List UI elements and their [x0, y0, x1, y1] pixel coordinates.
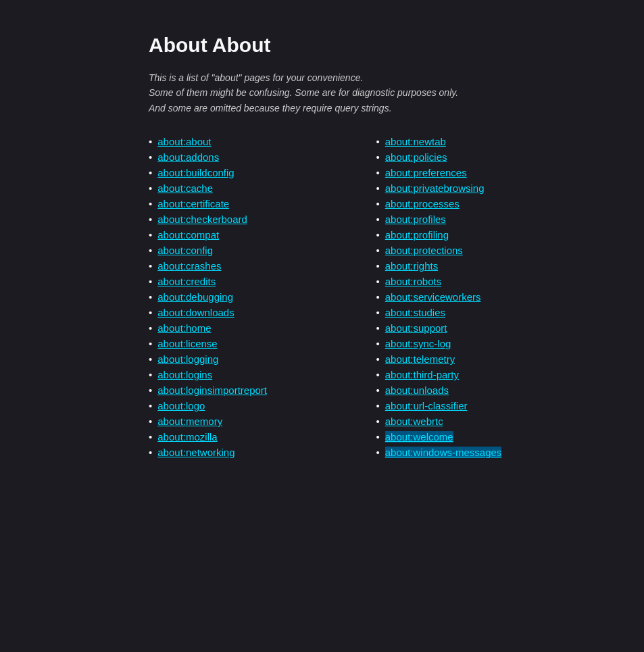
about-link[interactable]: about:logging — [157, 353, 218, 365]
list-item: about:processes — [376, 198, 604, 209]
list-item: about:debugging — [149, 291, 376, 303]
about-link[interactable]: about:about — [157, 136, 211, 147]
about-link[interactable]: about:cache — [157, 182, 213, 194]
about-link[interactable]: about:third-party — [385, 369, 459, 380]
about-link[interactable]: about:support — [385, 322, 447, 334]
about-link[interactable]: about:preferences — [385, 167, 467, 178]
description-line-1: This is a list of "about" pages for your… — [149, 72, 363, 83]
about-link[interactable]: about:privatebrowsing — [385, 182, 485, 194]
list-item: about:checkerboard — [149, 214, 376, 225]
about-link[interactable]: about:memory — [157, 416, 222, 427]
about-link[interactable]: about:networking — [157, 447, 234, 458]
list-item: about:about — [149, 136, 376, 147]
about-link[interactable]: about:newtab — [385, 136, 446, 147]
page-container: About About This is a list of "about" pa… — [0, 0, 644, 503]
about-link[interactable]: about:credits — [157, 276, 216, 287]
about-link[interactable]: about:robots — [385, 276, 441, 287]
list-item: about:preferences — [376, 167, 604, 178]
list-item: about:url-classifier — [376, 400, 604, 411]
about-link[interactable]: about:checkerboard — [157, 214, 247, 225]
right-column: about:newtababout:policiesabout:preferen… — [376, 136, 604, 462]
list-item: about:config — [149, 245, 376, 256]
list-item: about:mozilla — [149, 431, 376, 443]
list-item: about:cache — [149, 182, 376, 194]
list-item: about:privatebrowsing — [376, 182, 604, 194]
page-title: About About — [149, 34, 603, 57]
description-line-3: And some are omitted because they requir… — [149, 103, 392, 114]
list-item: about:downloads — [149, 307, 376, 318]
list-item: about:rights — [376, 260, 604, 272]
list-item: about:home — [149, 322, 376, 334]
about-link[interactable]: about:home — [157, 322, 211, 334]
list-item: about:logging — [149, 353, 376, 365]
list-item: about:certificate — [149, 198, 376, 209]
about-link[interactable]: about:logo — [157, 400, 205, 411]
list-item: about:sync-log — [376, 338, 604, 349]
about-link[interactable]: about:studies — [385, 307, 445, 318]
about-link[interactable]: about:buildconfig — [157, 167, 234, 178]
about-link[interactable]: about:processes — [385, 198, 460, 209]
about-link[interactable]: about:loginsimportreport — [157, 384, 267, 396]
list-item: about:protections — [376, 245, 604, 256]
right-links-list: about:newtababout:policiesabout:preferen… — [376, 136, 604, 458]
about-link[interactable]: about:certificate — [157, 198, 229, 209]
list-item: about:policies — [376, 151, 604, 163]
about-link[interactable]: about:addons — [157, 151, 219, 163]
list-item: about:third-party — [376, 369, 604, 380]
list-item: about:loginsimportreport — [149, 384, 376, 396]
list-item: about:serviceworkers — [376, 291, 604, 303]
about-link[interactable]: about:serviceworkers — [385, 291, 481, 303]
about-link[interactable]: about:webrtc — [385, 416, 443, 427]
list-item: about:unloads — [376, 384, 604, 396]
list-item: about:networking — [149, 447, 376, 458]
left-links-list: about:aboutabout:addonsabout:buildconfig… — [149, 136, 376, 458]
about-link[interactable]: about:downloads — [157, 307, 234, 318]
list-item: about:support — [376, 322, 604, 334]
list-item: about:profiles — [376, 214, 604, 225]
about-link[interactable]: about:profiling — [385, 229, 449, 241]
list-item: about:newtab — [376, 136, 604, 147]
list-item: about:profiling — [376, 229, 604, 241]
about-link[interactable]: about:url-classifier — [385, 400, 468, 411]
page-description: This is a list of "about" pages for your… — [149, 70, 603, 116]
list-item: about:credits — [149, 276, 376, 287]
about-link[interactable]: about:welcome — [385, 431, 453, 443]
about-link[interactable]: about:debugging — [157, 291, 233, 303]
about-link[interactable]: about:mozilla — [157, 431, 217, 443]
list-item: about:crashes — [149, 260, 376, 272]
description-line-2: Some of them might be confusing. Some ar… — [149, 87, 458, 98]
about-link[interactable]: about:license — [157, 338, 217, 349]
list-item: about:license — [149, 338, 376, 349]
about-link[interactable]: about:telemetry — [385, 353, 455, 365]
links-container: about:aboutabout:addonsabout:buildconfig… — [149, 136, 603, 462]
list-item: about:logo — [149, 400, 376, 411]
about-link[interactable]: about:rights — [385, 260, 438, 272]
about-link[interactable]: about:profiles — [385, 214, 446, 225]
about-link[interactable]: about:sync-log — [385, 338, 451, 349]
list-item: about:memory — [149, 416, 376, 427]
about-link[interactable]: about:policies — [385, 151, 447, 163]
list-item: about:compat — [149, 229, 376, 241]
list-item: about:studies — [376, 307, 604, 318]
about-link[interactable]: about:unloads — [385, 384, 449, 396]
about-link[interactable]: about:windows-messages — [385, 447, 502, 458]
list-item: about:telemetry — [376, 353, 604, 365]
list-item: about:windows-messages — [376, 447, 604, 458]
about-link[interactable]: about:config — [157, 245, 213, 256]
list-item: about:welcome — [376, 431, 604, 443]
about-link[interactable]: about:crashes — [157, 260, 221, 272]
list-item: about:webrtc — [376, 416, 604, 427]
list-item: about:buildconfig — [149, 167, 376, 178]
list-item: about:addons — [149, 151, 376, 163]
list-item: about:logins — [149, 369, 376, 380]
left-column: about:aboutabout:addonsabout:buildconfig… — [149, 136, 376, 462]
list-item: about:robots — [376, 276, 604, 287]
about-link[interactable]: about:protections — [385, 245, 463, 256]
about-link[interactable]: about:compat — [157, 229, 219, 241]
about-link[interactable]: about:logins — [157, 369, 212, 380]
